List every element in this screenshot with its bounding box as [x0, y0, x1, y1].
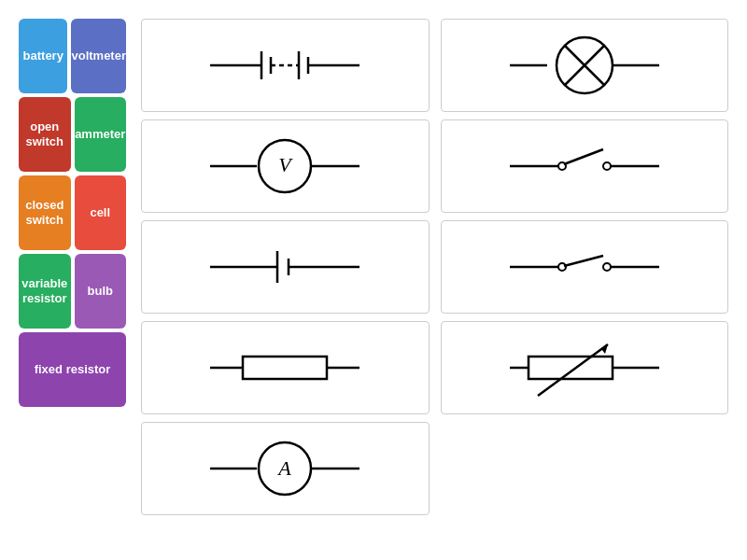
symbol-box-voltmeter: V — [141, 119, 430, 213]
svg-rect-16 — [243, 357, 327, 379]
tile-battery[interactable]: battery — [19, 19, 67, 93]
tile-row-4: variable resistor bulb — [19, 254, 126, 329]
tile-closed-switch[interactable]: closed switch — [19, 175, 71, 250]
symbol-box-ammeter: A — [141, 422, 430, 515]
svg-point-30 — [603, 162, 611, 170]
tile-row-5: fixed resistor — [19, 332, 126, 407]
symbol-box-cell — [141, 220, 430, 314]
tile-voltmeter[interactable]: voltmeter — [71, 19, 126, 93]
left-panel: battery voltmeter open switch ammeter cl… — [19, 19, 126, 515]
symbol-box-variable-resistor — [441, 321, 729, 414]
tile-row-2: open switch ammeter — [19, 97, 126, 172]
tile-open-switch[interactable]: open switch — [19, 97, 71, 172]
main-container: battery voltmeter open switch ammeter cl… — [19, 19, 728, 515]
symbol-column-2 — [441, 19, 729, 515]
symbol-box-open-switch — [441, 119, 729, 213]
tile-bulb[interactable]: bulb — [75, 254, 127, 329]
tile-row-3: closed switch cell — [19, 175, 126, 250]
svg-text:A: A — [277, 456, 292, 480]
tile-variable-resistor[interactable]: variable resistor — [19, 254, 71, 329]
symbol-column-1: V — [141, 19, 430, 515]
tile-ammeter[interactable]: ammeter — [75, 97, 127, 172]
symbol-box-fixed-resistor — [141, 321, 430, 414]
tile-row-1: battery voltmeter — [19, 19, 126, 93]
tile-fixed-resistor[interactable]: fixed resistor — [19, 332, 126, 407]
svg-line-34 — [564, 256, 603, 266]
symbols-container: V — [141, 19, 728, 515]
svg-point-35 — [603, 263, 611, 271]
tile-cell[interactable]: cell — [75, 175, 127, 250]
svg-rect-38 — [529, 357, 613, 379]
svg-line-29 — [564, 149, 603, 164]
symbol-box-battery — [141, 19, 430, 112]
symbol-box-closed-switch — [441, 220, 729, 314]
symbol-box-bulb — [441, 19, 729, 112]
